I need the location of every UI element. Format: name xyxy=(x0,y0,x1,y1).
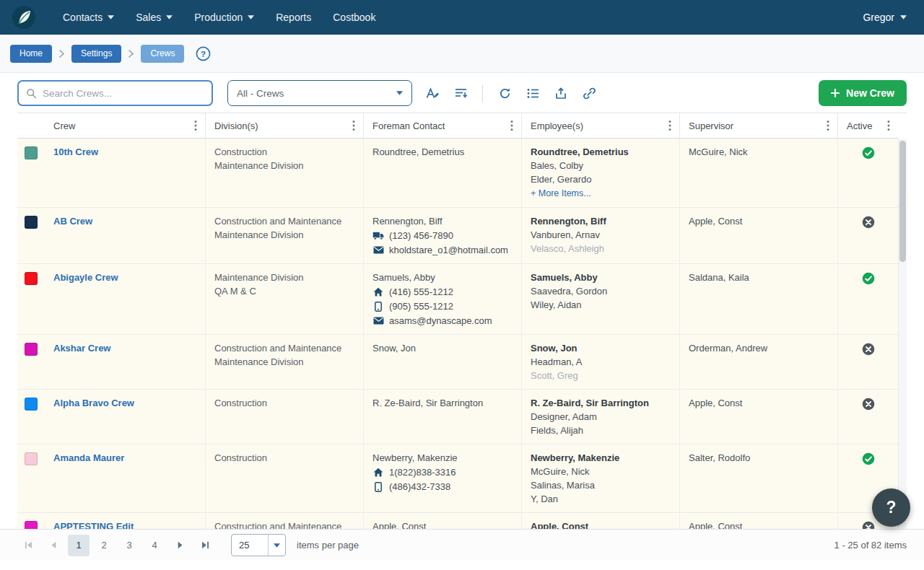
crew-filter-dropdown[interactable]: All - Crews xyxy=(227,80,412,106)
column-header-active[interactable]: Active xyxy=(837,113,898,138)
crew-link[interactable]: Akshar Crew xyxy=(53,343,110,354)
nav-item-contacts[interactable]: Contacts xyxy=(52,5,125,30)
crew-link[interactable]: Abigayle Crew xyxy=(53,272,118,283)
table-row: AB CrewConstruction and MaintenanceMaint… xyxy=(17,208,898,264)
inactive-x-icon xyxy=(862,216,875,257)
page-size-select[interactable]: 25 xyxy=(231,534,286,556)
contact-text: kholdstare_o1@hotmail.com xyxy=(389,243,508,257)
active-cell xyxy=(837,264,898,334)
text-edit-icon[interactable] xyxy=(424,84,441,102)
page-button-1[interactable]: 1 xyxy=(68,535,90,556)
column-header-employee-s[interactable]: Employee(s) xyxy=(521,113,679,138)
divider xyxy=(482,85,483,102)
toolbar: All - Crews New Crew xyxy=(0,73,924,113)
link-icon[interactable] xyxy=(580,84,598,102)
first-page-button[interactable] xyxy=(17,535,39,556)
content-card: All - Crews New Crew CrewDivision(s)Fore… xyxy=(0,72,924,561)
chevron-right-icon xyxy=(128,50,134,58)
refresh-icon[interactable] xyxy=(496,84,513,102)
active-cell xyxy=(837,335,898,389)
employee-name: McGuire, Nick xyxy=(531,465,671,478)
active-cell xyxy=(837,208,898,263)
nav-item-costbook[interactable]: Costbook xyxy=(322,5,386,30)
last-page-button[interactable] xyxy=(194,535,216,556)
truck-icon xyxy=(372,231,384,240)
supervisor-cell: Apple, Const xyxy=(679,513,837,529)
page-button-4[interactable]: 4 xyxy=(144,535,165,556)
mobile-icon xyxy=(372,482,384,492)
export-icon[interactable] xyxy=(552,84,570,102)
breadcrumb-item-crews[interactable]: Crews xyxy=(141,45,184,63)
scrollbar-thumb[interactable] xyxy=(899,141,906,262)
column-menu-icon[interactable] xyxy=(507,118,517,133)
grid-body: 10th CrewConstructionMaintenance Divisio… xyxy=(17,139,907,529)
crew-cell: APPTESTING Edit xyxy=(45,513,205,529)
next-page-button[interactable] xyxy=(169,535,191,556)
divisions-cell: Construction and MaintenanceJS - Labor C… xyxy=(205,513,363,529)
inactive-x-icon xyxy=(862,521,875,529)
column-header-label: Employee(s) xyxy=(531,120,583,131)
search-input[interactable] xyxy=(43,88,204,99)
employees-cell: R. Ze-Baird, Sir BarringtonDesigner, Ada… xyxy=(521,390,679,444)
plus-icon xyxy=(831,89,840,97)
crew-color-swatch xyxy=(25,398,38,411)
nav-menu: ContactsSalesProductionReportsCostbook xyxy=(52,5,386,30)
column-header-supervisor[interactable]: Supervisor xyxy=(679,113,837,138)
help-icon[interactable]: ? xyxy=(196,46,211,61)
division-name: Construction xyxy=(214,451,354,465)
column-header-crew[interactable]: Crew xyxy=(45,113,205,138)
employee-name: Saavedra, Gordon xyxy=(531,284,671,298)
crew-link[interactable]: Amanda Maurer xyxy=(53,452,124,463)
employee-name: Velasco, Ashleigh xyxy=(531,242,671,255)
list-view-icon[interactable] xyxy=(524,84,541,102)
prev-page-button[interactable] xyxy=(43,535,64,556)
page-button-2[interactable]: 2 xyxy=(93,535,115,556)
breadcrumb-item-settings[interactable]: Settings xyxy=(71,45,121,63)
crew-color-swatch xyxy=(25,521,38,529)
user-menu[interactable]: Gregor xyxy=(857,5,912,30)
column-header-division-s[interactable]: Division(s) xyxy=(205,113,363,138)
employee-name: Roundtree, Demetrius xyxy=(531,145,671,159)
page-button-3[interactable]: 3 xyxy=(118,535,140,556)
nav-item-sales[interactable]: Sales xyxy=(125,5,183,30)
column-menu-icon[interactable] xyxy=(191,118,201,133)
more-items-link[interactable]: + More Items... xyxy=(531,187,591,201)
active-cell xyxy=(837,139,898,207)
crew-link[interactable]: AB Crew xyxy=(53,216,92,227)
crew-link[interactable]: Alpha Bravo Crew xyxy=(53,398,134,408)
crew-color-swatch xyxy=(25,272,38,285)
swatch-cell xyxy=(17,390,45,444)
employee-name: Y, Dan xyxy=(531,492,671,506)
mail-icon xyxy=(372,317,384,325)
caret-down-icon xyxy=(268,535,285,556)
manage-columns-icon[interactable] xyxy=(452,84,469,102)
new-crew-button[interactable]: New Crew xyxy=(819,80,907,106)
contact-text: asams@dynascape.com xyxy=(389,314,492,328)
crew-cell: Alpha Bravo Crew xyxy=(45,390,205,444)
caret-down-icon xyxy=(108,15,114,19)
breadcrumb-item-home[interactable]: Home xyxy=(10,45,52,63)
help-fab[interactable]: ? xyxy=(872,488,910,527)
column-menu-icon[interactable] xyxy=(349,118,359,133)
app-logo-icon[interactable] xyxy=(12,5,36,30)
active-check-icon xyxy=(862,146,875,201)
employee-name: Scott, Greg xyxy=(531,369,671,382)
foreman-cell: R. Ze-Baird, Sir Barrington xyxy=(363,390,521,444)
crew-cell: Amanda Maurer xyxy=(45,444,205,512)
table-row: Amanda MaurerConstructionNewberry, Maken… xyxy=(17,444,898,513)
column-menu-icon[interactable] xyxy=(884,118,894,133)
column-menu-icon[interactable] xyxy=(665,118,675,133)
nav-item-reports[interactable]: Reports xyxy=(265,5,322,30)
pagination-bar: 1234 25 items per page 1 - 25 of 82 item… xyxy=(0,529,924,561)
crew-link[interactable]: 10th Crew xyxy=(53,146,98,157)
nav-item-label: Sales xyxy=(136,12,161,23)
employees-cell: Roundtree, DemetriusBales, ColbyElder, G… xyxy=(521,139,679,207)
items-per-page-label: items per page xyxy=(297,540,359,551)
column-menu-icon[interactable] xyxy=(823,118,833,133)
nav-item-production[interactable]: Production xyxy=(183,5,265,30)
scrollbar-track[interactable] xyxy=(898,139,907,529)
nav-item-label: Costbook xyxy=(333,12,375,23)
column-header-foreman-contact[interactable]: Foreman Contact xyxy=(363,113,521,138)
contact-text: (905) 555-1212 xyxy=(389,299,453,313)
crew-link[interactable]: APPTESTING Edit xyxy=(53,521,134,529)
